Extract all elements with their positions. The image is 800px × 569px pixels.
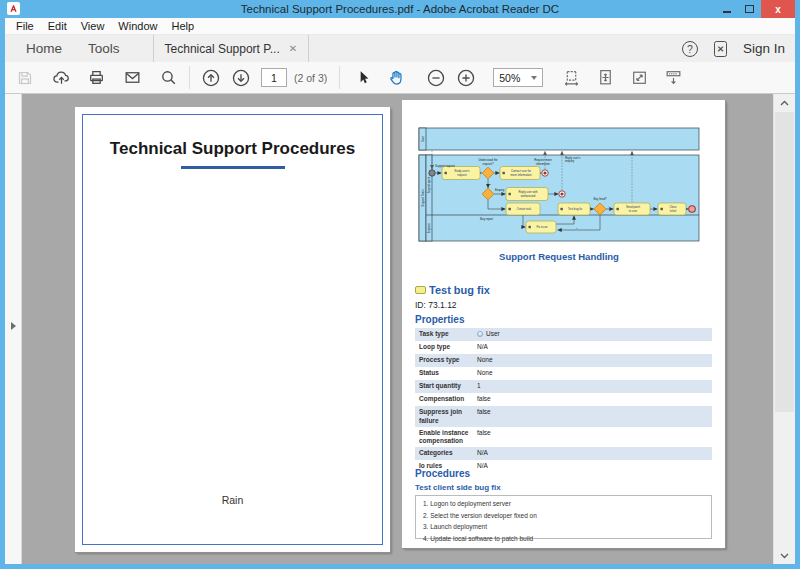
end-event [689,206,696,213]
document-viewport: Technical Support Procedures Rain [5,94,795,564]
email-button[interactable] [118,65,146,91]
next-page-button[interactable] [227,65,255,91]
properties-table: Task typeUser Loop typeN/A Process typeN… [415,328,712,473]
minimize-button[interactable] [715,0,738,18]
zoom-in-icon [456,68,476,88]
user-type-icon [477,331,483,337]
vertical-scrollbar[interactable] [773,94,795,564]
page-down-icon [231,68,251,88]
page-scrolling-icon [562,68,581,87]
sign-in-button[interactable]: Sign In [743,41,785,56]
table-row: Task typeUser [415,328,712,341]
scroll-up-button[interactable] [774,94,795,111]
maximize-button[interactable] [738,0,761,18]
chevron-up-icon [780,100,789,106]
save-button[interactable] [11,65,39,91]
section-title: Test bug fix [429,284,490,296]
menu-window[interactable]: Window [111,18,164,34]
pool-support-label: Support Team [421,189,425,207]
previous-page-button[interactable] [197,65,225,91]
tab-document-label: Technical Support P... [165,42,280,56]
tab-document[interactable]: Technical Support P... ✕ [153,35,310,62]
scroll-down-button[interactable] [774,547,795,564]
page-count-label: (2 of 3) [294,72,327,84]
window-title: Technical Support Procedures.pdf - Adobe… [0,3,800,15]
upload-cloud-button[interactable] [47,65,75,91]
procedure-step: 1. Logon to deployment server [423,500,711,507]
zoom-level-dropdown[interactable]: 50% [493,68,543,87]
fit-one-page-icon [596,68,615,87]
menu-help[interactable]: Help [164,18,201,34]
table-row: Enable instance compensationfalse [415,427,712,448]
edge-label: Bug report [480,217,493,221]
expand-pane-icon[interactable] [11,322,16,330]
chevron-down-icon [780,553,789,559]
minimize-icon [723,11,731,13]
tab-close-icon[interactable]: ✕ [289,43,297,54]
page1-border-frame: Technical Support Procedures Rain [82,114,383,545]
event-label: Support request [435,164,455,168]
save-icon [16,69,34,87]
close-button[interactable]: x [761,0,795,18]
fullscreen-button[interactable] [625,65,653,91]
tab-tools[interactable]: Tools [75,35,133,62]
select-cursor-icon [355,69,372,86]
dock-toolbar-button[interactable] [659,65,687,91]
mobile-device-icon[interactable]: ✕ [714,41,727,57]
zoom-out-icon [426,68,446,88]
table-row: Loop typeN/A [415,341,712,354]
page-up-icon [201,68,221,88]
toolbar-separator [339,66,340,89]
message-end-event-2 [559,191,565,197]
zoom-in-button[interactable] [452,65,480,91]
hand-tool-button[interactable] [382,65,410,91]
pdf-page-1: Technical Support Procedures Rain [75,107,390,552]
hand-tool-icon [387,68,406,87]
element-id: ID: 73.1.12 [415,300,457,310]
scrollbar-thumb[interactable] [775,112,794,412]
message-end-event-1 [542,170,548,176]
help-icon[interactable]: ? [682,41,698,57]
table-row: Compensationfalse [415,393,712,406]
table-row: Suppress join failurefalse [415,406,712,427]
tab-bar: Home Tools Technical Support P... ✕ ? ✕ … [5,35,795,62]
procedure-steps-box: 1. Logon to deployment server 2. Select … [415,495,712,539]
lane-agent-label: Support agent [427,177,431,194]
properties-heading: Properties [415,314,464,325]
email-icon [123,68,142,87]
table-row: StatusNone [415,367,712,380]
menu-edit[interactable]: Edit [41,18,74,34]
zoom-out-button[interactable] [422,65,450,91]
start-event [429,170,435,176]
procedure-step: 3. Launch deployment [423,523,711,530]
toolbar-separator [189,66,190,89]
diagram-caption: Support Request Handling [418,251,700,262]
chevron-down-icon [531,76,537,80]
procedures-heading: Procedures [415,468,470,479]
fit-page-button[interactable] [591,65,619,91]
menu-view[interactable]: View [74,18,112,34]
select-tool-button[interactable] [349,65,377,91]
task-label: Reply user withworkaround [518,190,538,197]
table-row: CategoriesN/A [415,447,712,460]
table-row: Process typeNone [415,354,712,367]
task-label: Closeticket [669,205,677,212]
search-button[interactable] [154,65,182,91]
tab-home[interactable]: Home [13,35,75,62]
cloud-upload-icon [52,68,71,87]
section-heading: Test bug fix [415,284,490,296]
zoom-level-value: 50% [499,72,520,84]
print-icon [87,68,106,87]
print-button[interactable] [82,65,110,91]
menu-bar: File Edit View Window Help [5,18,795,35]
gateway-label: Bug fixed? [593,197,607,201]
menu-file[interactable]: File [9,18,41,34]
fullscreen-icon [630,68,649,87]
navigation-pane-strip[interactable] [5,94,22,564]
page-number-input[interactable] [261,68,287,87]
window-controls: x [715,0,795,18]
pool-user-label: User [421,136,425,142]
procedure-title: Test client side bug fix [415,483,501,492]
task-label: Contact user formore information [511,169,532,176]
scrolling-mode-button[interactable] [557,65,585,91]
